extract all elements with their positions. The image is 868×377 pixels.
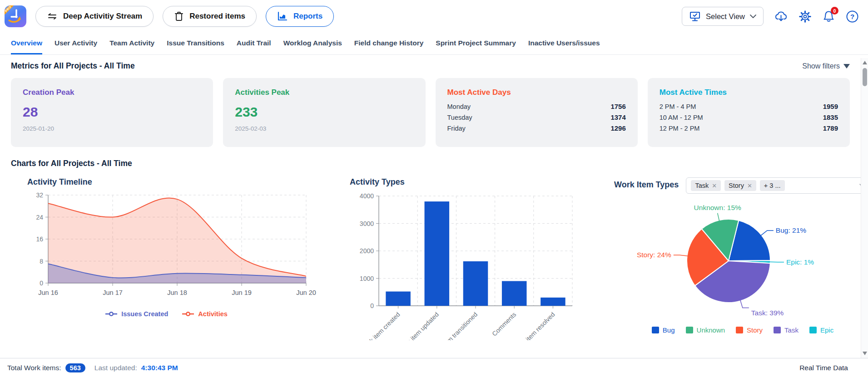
svg-text:32: 32: [36, 191, 43, 199]
metrics-heading: Metrics for All Projects - All Time: [11, 61, 135, 71]
metric-row: Friday 1296: [447, 124, 626, 132]
download-report-button[interactable]: [774, 10, 788, 23]
swap-arrows-icon: [47, 11, 58, 22]
gear-icon: [799, 10, 812, 23]
last-updated-label: Last updated:: [94, 364, 137, 372]
topbar: PRO Deep Activitiy Stream Restored items: [0, 0, 868, 30]
reports-button-label: Reports: [293, 12, 322, 21]
tab-team-activity[interactable]: Team Activity: [109, 39, 154, 54]
legend-item-issues-created[interactable]: Issues Created: [105, 310, 168, 318]
svg-text:Story: 24%: Story: 24%: [637, 251, 671, 259]
card-date: 2025-01-20: [23, 125, 201, 132]
tab-inactive-users-issues[interactable]: Inactive Users/issues: [528, 39, 600, 54]
svg-text:Jun 19: Jun 19: [232, 289, 252, 296]
pie-legend-item-task[interactable]: Task: [774, 326, 799, 334]
scrollbar-up-arrow[interactable]: [861, 59, 868, 66]
svg-text:2000: 2000: [360, 247, 374, 255]
topbar-actions: Select View: [682, 7, 859, 26]
main-content: Metrics for All Projects - All Time Show…: [0, 55, 868, 340]
charts-heading: Charts for All Projects - All Time: [11, 159, 857, 168]
app-root: PRO Deep Activitiy Stream Restored items: [0, 0, 868, 377]
tab-worklog-analysis[interactable]: Worklog Analysis: [283, 39, 342, 54]
svg-text:0: 0: [40, 279, 43, 287]
vertical-scrollbar[interactable]: [861, 58, 868, 358]
svg-text:Jun 17: Jun 17: [103, 289, 123, 296]
select-view-label: Select View: [706, 12, 745, 21]
tab-field-change-history[interactable]: Field change History: [354, 39, 423, 54]
svg-text:Bug: 21%: Bug: 21%: [776, 226, 806, 234]
select-view-dropdown[interactable]: Select View: [682, 7, 764, 26]
metrics-section-head: Metrics for All Projects - All Time Show…: [11, 61, 857, 71]
filter-chip-story[interactable]: Story✕: [724, 180, 756, 191]
pie-legend-item-epic[interactable]: Epic: [809, 326, 833, 334]
restored-button-label: Restored items: [189, 12, 245, 21]
svg-text:Jun 20: Jun 20: [296, 289, 316, 296]
restored-items-button[interactable]: Restored items: [163, 6, 257, 27]
tab-issue-transitions[interactable]: Issue Transitions: [167, 39, 224, 54]
last-updated-time: 4:30:43 PM: [141, 364, 178, 372]
scrollbar-thumb[interactable]: [863, 68, 867, 86]
settings-button[interactable]: [799, 10, 812, 23]
tab-user-activity[interactable]: User Activity: [55, 39, 97, 54]
metric-row: Monday 1756: [447, 103, 626, 110]
timeline-legend: Issues CreatedActivities: [16, 310, 316, 318]
trash-icon: [174, 11, 184, 22]
work-item-types-chart[interactable]: Bug: 21%Epic: 1%Task: 39%Story: 24%Unkno…: [614, 194, 868, 326]
metric-cards: Creation Peak 28 2025-01-20 Activities P…: [11, 78, 850, 147]
tab-audit-trail[interactable]: Audit Trail: [237, 39, 271, 54]
metric-row: Tuesday 1374: [447, 113, 626, 121]
filter-chip-task[interactable]: Task✕: [691, 180, 721, 191]
cloud-download-icon: [774, 10, 788, 23]
total-work-items-badge: 563: [65, 363, 85, 372]
scrollbar-down-arrow[interactable]: [861, 350, 868, 357]
deep-activity-stream-button[interactable]: Deep Activitiy Stream: [35, 6, 154, 27]
svg-text:24: 24: [36, 214, 43, 221]
svg-text:16: 16: [36, 235, 43, 243]
legend-item-activities[interactable]: Activities: [182, 310, 227, 318]
pie-legend: BugUnknownStoryTaskEpic: [614, 326, 868, 334]
card-value: 233: [235, 104, 413, 120]
activity-timeline-chart[interactable]: 08162432Jun 16Jun 17Jun 18Jun 19Jun 20: [16, 191, 316, 305]
tab-overview[interactable]: Overview: [11, 39, 42, 54]
pie-legend-item-story[interactable]: Story: [736, 326, 763, 334]
filter-chip--3-[interactable]: + 3 ...: [760, 180, 785, 191]
pie-legend-item-bug[interactable]: Bug: [652, 326, 675, 334]
card-title: Activities Peak: [235, 88, 413, 97]
notification-count-badge: 0: [831, 7, 838, 15]
legend-swatch: [686, 327, 693, 333]
tab-sprint-project-summary[interactable]: Sprint Project Summary: [436, 39, 516, 54]
real-time-data-label: Real Time Data: [799, 364, 848, 372]
card-title: Creation Peak: [23, 88, 201, 97]
work-item-types-title: Work Item Types: [614, 180, 679, 190]
notifications-button[interactable]: 0: [823, 10, 835, 23]
svg-text:8: 8: [40, 258, 43, 265]
work-item-type-filter[interactable]: Task✕Story✕+ 3 ...: [686, 177, 868, 194]
activity-types-panel: Activity Types 01000200030004000Work ite…: [349, 177, 586, 340]
chip-remove-icon[interactable]: ✕: [747, 182, 752, 189]
work-item-types-panel: Work Item Types Task✕Story✕+ 3 ... Bug: …: [614, 177, 868, 340]
status-bar: Total Work items: 563 Last updated: 4:30…: [0, 358, 868, 377]
svg-text:Jun 16: Jun 16: [38, 289, 58, 296]
svg-text:Work item created: Work item created: [360, 311, 401, 340]
card-rows: Monday 1756 Tuesday 1374 Friday 1296: [447, 103, 626, 132]
creation-peak-card: Creation Peak 28 2025-01-20: [11, 78, 213, 147]
svg-text:Work item updated: Work item updated: [397, 311, 440, 340]
activity-types-chart[interactable]: 01000200030004000Work item createdWork i…: [349, 191, 586, 340]
svg-text:4000: 4000: [360, 192, 374, 200]
app-logo[interactable]: PRO: [5, 5, 26, 27]
chip-remove-icon[interactable]: ✕: [712, 182, 717, 189]
card-rows: 2 PM - 4 PM 1959 10 AM - 12 PM 1835 12 P…: [660, 103, 838, 132]
svg-text:Epic: 1%: Epic: 1%: [786, 258, 814, 266]
legend-swatch: [774, 327, 781, 333]
charts-row: Activity Timeline 08162432Jun 16Jun 17Ju…: [11, 177, 857, 340]
help-button[interactable]: ?: [846, 10, 859, 23]
tab-bar: OverviewUser ActivityTeam ActivityIssue …: [0, 30, 868, 55]
activity-timeline-panel: Activity Timeline 08162432Jun 16Jun 17Ju…: [16, 177, 316, 340]
show-filters-toggle[interactable]: Show filters: [802, 62, 850, 70]
pie-header: Work Item Types Task✕Story✕+ 3 ...: [614, 177, 868, 194]
reports-button[interactable]: Reports: [266, 6, 334, 27]
pie-legend-item-unknown[interactable]: Unknown: [686, 326, 725, 334]
card-title: Most Active Times: [660, 88, 838, 97]
activities-peak-card: Activities Peak 233 2025-02-03: [223, 78, 425, 147]
monitor-check-icon: [689, 10, 701, 22]
